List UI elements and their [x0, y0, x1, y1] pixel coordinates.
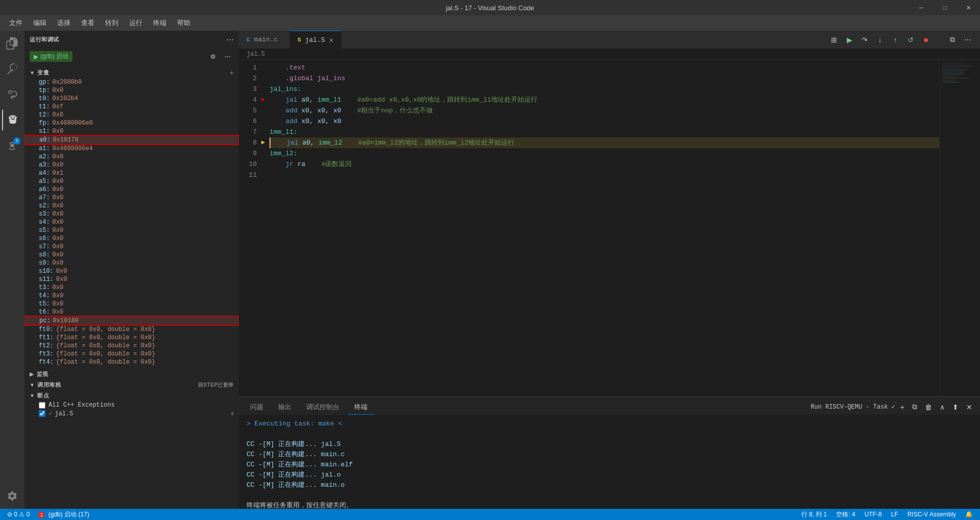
watch-header[interactable]: ▶ 监视: [24, 369, 239, 380]
menu-terminal[interactable]: 终端: [149, 17, 170, 29]
search-icon[interactable]: [2, 59, 22, 79]
var-item-s8[interactable]: s8:0x0: [24, 251, 239, 259]
menu-select[interactable]: 选择: [53, 17, 75, 29]
var-item-t1[interactable]: t1:0xf: [24, 103, 239, 111]
menu-run[interactable]: 运行: [125, 17, 146, 29]
var-item-a2[interactable]: a2:0x0: [24, 153, 239, 161]
breakpoint-jals-checkbox[interactable]: [39, 410, 45, 417]
status-encoding[interactable]: UTF-8: [863, 511, 884, 518]
debug-stop-btn[interactable]: ■: [919, 34, 933, 45]
debug-step-into-btn[interactable]: ↓: [873, 34, 887, 45]
var-item-s1[interactable]: s1:0x0: [24, 127, 239, 135]
status-notifications-icon[interactable]: 🔔: [963, 511, 975, 518]
source-control-icon[interactable]: [2, 84, 22, 105]
debug-step-over-btn[interactable]: ↷: [857, 34, 872, 45]
var-item-pc[interactable]: pc:0x10180: [24, 316, 239, 325]
var-item-s5[interactable]: s5:0x0: [24, 226, 239, 234]
panel-split-btn[interactable]: ⧉: [910, 401, 920, 412]
tab-jal-s-close[interactable]: ✕: [329, 36, 333, 44]
callstack-header[interactable]: ▼ 调用堆栈 回STEP已暂停: [24, 380, 239, 390]
var-item-s9[interactable]: s9:0x0: [24, 259, 239, 267]
sidebar-options-icon[interactable]: ⋯: [227, 36, 234, 44]
var-item-s10[interactable]: s10:0x0: [24, 267, 239, 275]
panel-trash-btn[interactable]: 🗑: [922, 402, 935, 412]
debug-more-btn[interactable]: ⋯: [222, 52, 234, 62]
status-language[interactable]: RISC-V Assembly: [905, 511, 958, 518]
menu-file[interactable]: 文件: [5, 17, 27, 29]
status-errors[interactable]: ⊘ 0 ⚠ 0: [5, 511, 32, 518]
panel-add-terminal-btn[interactable]: +: [898, 402, 907, 412]
var-item-s7[interactable]: s7:0x0: [24, 243, 239, 251]
status-line-ending[interactable]: LF: [889, 511, 900, 518]
var-item-ft0[interactable]: ft0:{float = 0x0, double = 0x0}: [24, 325, 239, 334]
breakpoint-jals[interactable]: ✓ jal.S 4: [24, 409, 239, 418]
var-item-fp[interactable]: fp:0x4080006e0: [24, 119, 239, 127]
code-editor-scroll[interactable]: 1234567891011 .text .global jal_insjal_i…: [239, 60, 939, 396]
breakpoint-all-cpp[interactable]: All C++ Exceptions: [24, 401, 239, 409]
var-item-t3[interactable]: t3:0x0: [24, 283, 239, 292]
close-button[interactable]: ✕: [957, 0, 980, 15]
var-item-ft1[interactable]: ft1:{float = 0x0, double = 0x0}: [24, 334, 239, 342]
var-item-s6[interactable]: s6:0x0: [24, 234, 239, 243]
var-item-tp[interactable]: tp:0x0: [24, 86, 239, 94]
debug-icon[interactable]: [2, 110, 22, 130]
panel-close-btn[interactable]: ✕: [964, 402, 975, 412]
var-item-a6[interactable]: a6:0x0: [24, 185, 239, 194]
debug-grid-btn[interactable]: ⊞: [827, 34, 841, 45]
debug-continue-btn[interactable]: ▶: [842, 34, 856, 45]
status-line-col[interactable]: 行 8, 列 1: [799, 510, 829, 519]
var-name: fp:: [39, 120, 50, 127]
var-item-a4[interactable]: a4:0x1: [24, 169, 239, 177]
panel-tab-debug-console[interactable]: 调试控制台: [300, 400, 346, 415]
variables-add-btn[interactable]: +: [230, 68, 234, 77]
var-item-t4[interactable]: t4:0x0: [24, 292, 239, 300]
var-item-s3[interactable]: s3:0x0: [24, 210, 239, 218]
menu-view[interactable]: 查看: [77, 17, 99, 29]
panel-collapse-btn[interactable]: ∧: [937, 402, 947, 412]
code-comment: #a0=imm_l2的地址，跳转到imm_l2地址处开始运行: [342, 137, 514, 148]
var-item-t2[interactable]: t2:0x0: [24, 111, 239, 119]
var-item-a0[interactable]: a0:0x10178: [24, 135, 239, 145]
menu-goto[interactable]: 转到: [101, 17, 122, 29]
editor-more-btn[interactable]: ⋯: [961, 34, 975, 45]
status-debug-label[interactable]: 1 (gdb) 启动 (17): [36, 510, 91, 519]
var-item-a3[interactable]: a3:0x0: [24, 161, 239, 169]
status-spaces[interactable]: 空格: 4: [834, 510, 857, 519]
terminal-content[interactable]: > Executing task: make < CC -[M] 正在构建...…: [239, 415, 980, 509]
debug-restart-btn[interactable]: ↺: [903, 34, 918, 45]
var-item-s2[interactable]: s2:0x0: [24, 202, 239, 210]
menu-edit[interactable]: 编辑: [29, 17, 51, 29]
tab-jal-s[interactable]: S jal.S ✕: [290, 31, 341, 49]
var-item-t0[interactable]: t0:0x102b4: [24, 94, 239, 103]
debug-step-out-btn[interactable]: ↑: [888, 34, 902, 45]
panel-tab-problems[interactable]: 问题: [244, 400, 270, 415]
variables-header[interactable]: ▼ 变量 +: [24, 67, 239, 78]
extensions-icon[interactable]: 1: [2, 135, 22, 156]
var-item-s11[interactable]: s11:0x0: [24, 275, 239, 283]
var-item-gp[interactable]: gp:0x2080b0: [24, 78, 239, 86]
var-item-ft2[interactable]: ft2:{float = 0x0, double = 0x0}: [24, 342, 239, 350]
maximize-button[interactable]: □: [933, 0, 957, 15]
var-item-ft4[interactable]: ft4:{float = 0x0, double = 0x0}: [24, 358, 239, 366]
var-item-s4[interactable]: s4:0x0: [24, 218, 239, 226]
menu-help[interactable]: 帮助: [173, 17, 194, 29]
var-item-ft3[interactable]: ft3:{float = 0x0, double = 0x0}: [24, 350, 239, 358]
debug-config-btn[interactable]: ⚙: [207, 52, 219, 62]
minimize-button[interactable]: ─: [910, 0, 933, 15]
var-item-t6[interactable]: t6:0x0: [24, 308, 239, 316]
tab-main-c[interactable]: C main.c: [239, 31, 290, 49]
var-item-t5[interactable]: t5:0x0: [24, 300, 239, 308]
var-value: 0x1: [53, 170, 64, 177]
var-item-a1[interactable]: a1:0x4080006e4: [24, 145, 239, 153]
panel-maximize-btn[interactable]: ⬆: [950, 402, 961, 412]
debug-play-btn[interactable]: ▶ (gdb) 启动: [30, 51, 72, 62]
var-item-a5[interactable]: a5:0x0: [24, 177, 239, 185]
breakpoints-header[interactable]: ▼ 断点: [24, 390, 239, 401]
editor-split-btn[interactable]: ⧉: [945, 34, 960, 45]
panel-tab-terminal[interactable]: 终端: [348, 400, 374, 415]
var-item-a7[interactable]: a7:0x0: [24, 194, 239, 202]
panel-tab-output[interactable]: 输出: [272, 400, 298, 415]
breakpoint-cpp-checkbox[interactable]: [39, 402, 45, 409]
settings-icon[interactable]: [2, 486, 22, 506]
explorer-icon[interactable]: [2, 33, 22, 54]
